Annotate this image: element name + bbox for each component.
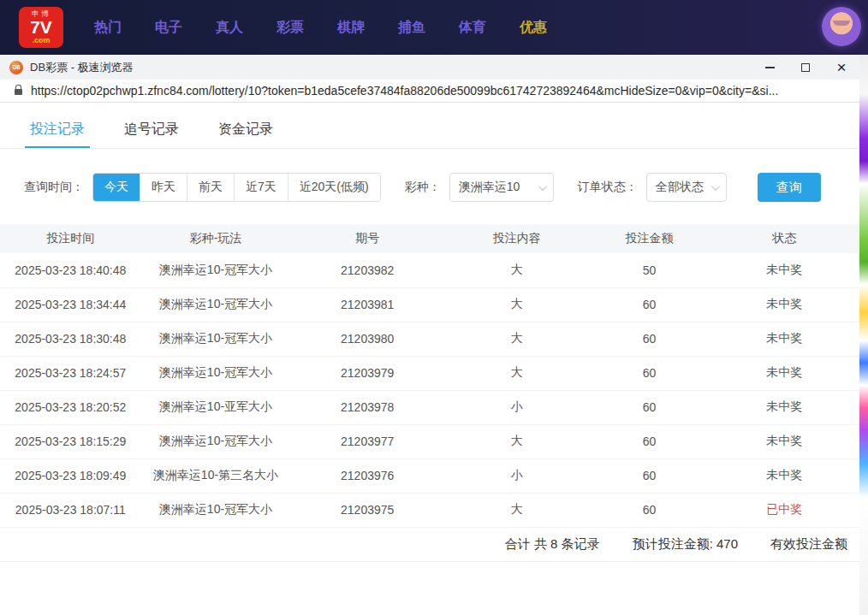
table-cell: 2025-03-23 18:07:11 xyxy=(0,493,141,527)
table-cell: 2025-03-23 18:09:49 xyxy=(0,458,141,493)
table-cell: 60 xyxy=(590,287,710,322)
table-cell: 澳洲幸运10-第三名大小 xyxy=(141,458,291,493)
table-cell: 大 xyxy=(444,253,590,287)
nav-item-真人[interactable]: 真人 xyxy=(216,19,243,37)
table-cell: 未中奖 xyxy=(709,390,859,424)
time-filter-近20天(低频)[interactable]: 近20天(低频) xyxy=(288,174,380,201)
column-header: 状态 xyxy=(709,224,859,253)
table-cell: 50 xyxy=(590,253,710,287)
table-cell: 澳洲幸运10-冠军大小 xyxy=(141,424,291,458)
nav-item-优惠[interactable]: 优惠 xyxy=(520,19,547,37)
url-text[interactable]: https://ctop02pchwp1.zfnc84.com/lottery/… xyxy=(31,84,778,98)
table-header-row: 投注时间彩种-玩法期号投注内容投注金额状态 xyxy=(0,224,859,253)
table-cell: 60 xyxy=(590,356,710,390)
nav-item-电子[interactable]: 电子 xyxy=(155,19,182,37)
maximize-button[interactable] xyxy=(788,55,823,80)
nav-item-棋牌[interactable]: 棋牌 xyxy=(337,19,365,37)
table-cell: 大 xyxy=(444,287,590,322)
minimize-button[interactable] xyxy=(752,55,788,80)
table-cell: 未中奖 xyxy=(709,287,859,322)
nav-item-热门[interactable]: 热门 xyxy=(94,19,122,37)
tab-投注记录[interactable]: 投注记录 xyxy=(30,109,85,148)
column-header: 投注金额 xyxy=(590,224,710,253)
user-avatar[interactable] xyxy=(822,7,861,46)
table-cell: 21203975 xyxy=(290,493,444,527)
table-cell: 大 xyxy=(444,356,590,390)
table-row: 2025-03-23 18:20:52澳洲幸运10-亚军大小21203978小6… xyxy=(0,390,859,424)
table-cell: 2025-03-23 18:34:44 xyxy=(0,287,141,322)
table-cell: 已中奖 xyxy=(709,493,859,527)
table-cell: 未中奖 xyxy=(709,458,859,493)
logo-text-big: 7V xyxy=(30,18,52,37)
maximize-icon xyxy=(801,63,810,72)
address-bar[interactable]: https://ctop02pchwp1.zfnc84.com/lottery/… xyxy=(0,80,859,103)
chevron-down-icon xyxy=(538,182,547,191)
table-cell: 2025-03-23 18:15:29 xyxy=(0,424,141,458)
table-cell: 2025-03-23 18:40:48 xyxy=(0,253,141,287)
screen: 申博 7V .com 热门电子真人彩票棋牌捕鱼体育优惠 D8 DB彩票 - 极速… xyxy=(0,0,868,615)
table-cell: 2025-03-23 18:24:57 xyxy=(0,356,141,390)
table-cell: 澳洲幸运10-冠军大小 xyxy=(141,287,291,322)
table-cell: 21203980 xyxy=(290,322,444,356)
tab-追号记录[interactable]: 追号记录 xyxy=(124,109,179,148)
table-cell: 2025-03-23 18:30:48 xyxy=(0,322,141,356)
bet-records-table: 投注时间彩种-玩法期号投注内容投注金额状态 2025-03-23 18:40:4… xyxy=(0,224,859,528)
table-cell: 澳洲幸运10-冠军大小 xyxy=(141,356,291,390)
background-page-strip xyxy=(859,55,868,615)
table-cell: 21203981 xyxy=(290,287,444,322)
order-status-select[interactable]: 全部状态 xyxy=(646,173,727,202)
close-button[interactable]: × xyxy=(823,55,859,80)
column-header: 投注内容 xyxy=(444,224,590,253)
table-cell: 大 xyxy=(444,493,590,527)
main-nav: 热门电子真人彩票棋牌捕鱼体育优惠 xyxy=(94,19,547,37)
summary-expected-amount: 预计投注金额: 470 xyxy=(633,536,738,553)
table-row: 2025-03-23 18:15:29澳洲幸运10-冠军大小21203977大6… xyxy=(0,424,859,458)
table-row: 2025-03-23 18:07:11澳洲幸运10-冠军大小21203975大6… xyxy=(0,493,859,527)
column-header: 期号 xyxy=(290,224,444,253)
time-filter-group: 今天昨天前天近7天近20天(低频) xyxy=(92,173,381,202)
nav-item-捕鱼[interactable]: 捕鱼 xyxy=(398,19,425,37)
tab-资金记录[interactable]: 资金记录 xyxy=(218,109,273,148)
window-controls: × xyxy=(752,55,859,80)
table-cell: 未中奖 xyxy=(709,322,859,356)
table-cell: 小 xyxy=(444,458,590,493)
table-cell: 大 xyxy=(444,322,590,356)
lottery-select[interactable]: 澳洲幸运10 xyxy=(449,173,554,202)
search-button[interactable]: 查询 xyxy=(758,173,821,202)
table-cell: 21203979 xyxy=(290,356,444,390)
table-cell: 小 xyxy=(444,390,590,424)
table-row: 2025-03-23 18:30:48澳洲幸运10-冠军大小21203980大6… xyxy=(0,322,859,356)
table-cell: 21203976 xyxy=(290,458,444,493)
status-filter-label: 订单状态： xyxy=(578,180,638,195)
record-tabs: 投注记录追号记录资金记录 xyxy=(0,109,859,149)
table-cell: 澳洲幸运10-冠军大小 xyxy=(141,253,291,287)
table-cell: 21203977 xyxy=(290,424,444,458)
table-cell: 21203982 xyxy=(290,253,444,287)
table-row: 2025-03-23 18:09:49澳洲幸运10-第三名大小21203976小… xyxy=(0,458,859,493)
browser-app-icon: D8 xyxy=(9,61,23,74)
window-title-bar: D8 DB彩票 - 极速浏览器 × xyxy=(0,55,859,80)
table-cell: 未中奖 xyxy=(709,356,859,390)
nav-item-彩票[interactable]: 彩票 xyxy=(276,19,304,37)
table-cell: 60 xyxy=(590,424,710,458)
site-logo[interactable]: 申博 7V .com xyxy=(19,7,63,48)
browser-window: D8 DB彩票 - 极速浏览器 × https://ctop02pchwp1.z… xyxy=(0,55,859,615)
window-title: DB彩票 - 极速浏览器 xyxy=(30,60,134,75)
time-filter-前天[interactable]: 前天 xyxy=(187,174,234,201)
lottery-filter-label: 彩种： xyxy=(405,180,441,195)
table-cell: 未中奖 xyxy=(709,424,859,458)
time-filter-今天[interactable]: 今天 xyxy=(93,174,140,201)
time-filter-昨天[interactable]: 昨天 xyxy=(140,174,187,201)
table-cell: 60 xyxy=(590,390,710,424)
time-filter-近7天[interactable]: 近7天 xyxy=(234,174,288,201)
table-cell: 澳洲幸运10-冠军大小 xyxy=(141,322,291,356)
lottery-select-value: 澳洲幸运10 xyxy=(459,180,520,195)
status-select-value: 全部状态 xyxy=(656,180,704,195)
table-row: 2025-03-23 18:34:44澳洲幸运10-冠军大小21203981大6… xyxy=(0,287,859,322)
table-cell: 60 xyxy=(590,493,710,527)
nav-item-体育[interactable]: 体育 xyxy=(459,19,486,37)
filter-bar: 查询时间： 今天昨天前天近7天近20天(低频) 彩种： 澳洲幸运10 订单状态：… xyxy=(24,173,859,202)
table-row: 2025-03-23 18:40:48澳洲幸运10-冠军大小21203982大5… xyxy=(0,253,859,287)
table-cell: 60 xyxy=(590,458,710,493)
column-header: 彩种-玩法 xyxy=(141,224,291,253)
